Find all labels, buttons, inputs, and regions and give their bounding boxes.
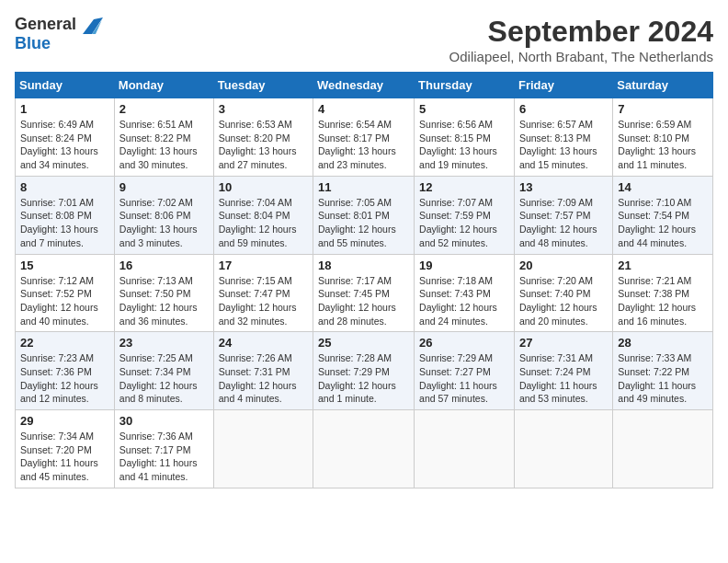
day-number: 18 xyxy=(318,259,409,272)
weekday-header-thursday: Thursday xyxy=(415,73,515,98)
calendar-cell: 5Sunrise: 6:56 AMSunset: 8:15 PMDaylight… xyxy=(415,98,515,177)
calendar-cell: 19Sunrise: 7:18 AMSunset: 7:43 PMDayligh… xyxy=(415,254,515,332)
day-detail: Sunrise: 7:15 AMSunset: 7:47 PMDaylight:… xyxy=(219,274,308,328)
day-number: 14 xyxy=(618,180,708,194)
day-detail: Sunrise: 6:54 AMSunset: 8:17 PMDaylight:… xyxy=(318,118,409,172)
calendar-cell: 7Sunrise: 6:59 AMSunset: 8:10 PMDaylight… xyxy=(613,98,713,177)
day-number: 26 xyxy=(419,336,509,350)
day-number: 11 xyxy=(318,180,409,194)
day-number: 2 xyxy=(119,102,209,116)
calendar-week-4: 22Sunrise: 7:23 AMSunset: 7:36 PMDayligh… xyxy=(16,332,713,410)
day-number: 30 xyxy=(119,414,209,428)
page-header: General Blue September 2024 Odiliapeel, … xyxy=(15,15,713,64)
day-detail: Sunrise: 7:02 AMSunset: 8:06 PMDaylight:… xyxy=(119,196,209,250)
logo-bird-icon xyxy=(83,17,103,34)
day-number: 5 xyxy=(419,102,509,116)
title-area: September 2024 Odiliapeel, North Brabant… xyxy=(449,15,713,64)
calendar-cell: 22Sunrise: 7:23 AMSunset: 7:36 PMDayligh… xyxy=(16,332,115,410)
calendar-week-2: 8Sunrise: 7:01 AMSunset: 8:08 PMDaylight… xyxy=(16,176,713,254)
day-detail: Sunrise: 7:28 AMSunset: 7:29 PMDaylight:… xyxy=(318,351,409,406)
calendar-cell: 17Sunrise: 7:15 AMSunset: 7:47 PMDayligh… xyxy=(213,254,313,332)
calendar-cell: 12Sunrise: 7:07 AMSunset: 7:59 PMDayligh… xyxy=(415,176,515,254)
calendar-cell: 13Sunrise: 7:09 AMSunset: 7:57 PMDayligh… xyxy=(514,176,612,254)
logo-general-text: General xyxy=(15,15,103,34)
calendar-cell: 30Sunrise: 7:36 AMSunset: 7:17 PMDayligh… xyxy=(114,410,213,488)
calendar-cell: 21Sunrise: 7:21 AMSunset: 7:38 PMDayligh… xyxy=(613,254,713,332)
weekday-header-tuesday: Tuesday xyxy=(213,73,313,98)
day-detail: Sunrise: 7:20 AMSunset: 7:40 PMDaylight:… xyxy=(519,274,608,328)
day-number: 19 xyxy=(419,259,509,272)
svg-marker-0 xyxy=(83,17,103,34)
calendar-cell xyxy=(213,410,313,488)
day-detail: Sunrise: 7:25 AMSunset: 7:34 PMDaylight:… xyxy=(119,351,209,406)
calendar-cell: 29Sunrise: 7:34 AMSunset: 7:20 PMDayligh… xyxy=(16,410,115,488)
day-detail: Sunrise: 7:31 AMSunset: 7:24 PMDaylight:… xyxy=(519,351,608,406)
calendar-cell: 23Sunrise: 7:25 AMSunset: 7:34 PMDayligh… xyxy=(114,332,213,410)
day-detail: Sunrise: 7:34 AMSunset: 7:20 PMDaylight:… xyxy=(20,430,109,484)
calendar-table: SundayMondayTuesdayWednesdayThursdayFrid… xyxy=(15,72,713,488)
calendar-cell: 8Sunrise: 7:01 AMSunset: 8:08 PMDaylight… xyxy=(16,176,115,254)
day-number: 3 xyxy=(219,102,308,116)
month-title: September 2024 xyxy=(449,15,713,49)
weekday-header-friday: Friday xyxy=(514,73,612,98)
day-number: 1 xyxy=(20,102,109,116)
day-detail: Sunrise: 7:01 AMSunset: 8:08 PMDaylight:… xyxy=(20,196,109,250)
day-detail: Sunrise: 7:05 AMSunset: 8:01 PMDaylight:… xyxy=(318,196,409,250)
weekday-header-monday: Monday xyxy=(114,73,213,98)
day-detail: Sunrise: 7:07 AMSunset: 7:59 PMDaylight:… xyxy=(419,196,509,250)
day-number: 29 xyxy=(20,414,109,428)
day-detail: Sunrise: 7:10 AMSunset: 7:54 PMDaylight:… xyxy=(618,196,708,250)
day-detail: Sunrise: 6:51 AMSunset: 8:22 PMDaylight:… xyxy=(119,118,209,172)
calendar-cell: 18Sunrise: 7:17 AMSunset: 7:45 PMDayligh… xyxy=(313,254,415,332)
calendar-cell: 9Sunrise: 7:02 AMSunset: 8:06 PMDaylight… xyxy=(114,176,213,254)
calendar-week-5: 29Sunrise: 7:34 AMSunset: 7:20 PMDayligh… xyxy=(16,410,713,488)
day-detail: Sunrise: 7:33 AMSunset: 7:22 PMDaylight:… xyxy=(618,351,708,406)
calendar-cell: 27Sunrise: 7:31 AMSunset: 7:24 PMDayligh… xyxy=(514,332,612,410)
day-number: 7 xyxy=(618,102,708,116)
day-detail: Sunrise: 7:26 AMSunset: 7:31 PMDaylight:… xyxy=(219,351,308,406)
calendar-cell: 14Sunrise: 7:10 AMSunset: 7:54 PMDayligh… xyxy=(613,176,713,254)
day-detail: Sunrise: 7:04 AMSunset: 8:04 PMDaylight:… xyxy=(219,196,308,250)
day-number: 17 xyxy=(219,259,308,272)
calendar-cell: 28Sunrise: 7:33 AMSunset: 7:22 PMDayligh… xyxy=(613,332,713,410)
day-number: 13 xyxy=(519,180,608,194)
day-detail: Sunrise: 6:57 AMSunset: 8:13 PMDaylight:… xyxy=(519,118,608,172)
calendar-cell: 2Sunrise: 6:51 AMSunset: 8:22 PMDaylight… xyxy=(114,98,213,177)
calendar-cell: 15Sunrise: 7:12 AMSunset: 7:52 PMDayligh… xyxy=(16,254,115,332)
day-number: 20 xyxy=(519,259,608,272)
calendar-cell: 3Sunrise: 6:53 AMSunset: 8:20 PMDaylight… xyxy=(213,98,313,177)
weekday-header-saturday: Saturday xyxy=(613,73,713,98)
day-number: 10 xyxy=(219,180,308,194)
calendar-cell: 11Sunrise: 7:05 AMSunset: 8:01 PMDayligh… xyxy=(313,176,415,254)
day-number: 24 xyxy=(219,336,308,350)
calendar-cell: 24Sunrise: 7:26 AMSunset: 7:31 PMDayligh… xyxy=(213,332,313,410)
logo: General Blue xyxy=(15,15,103,53)
day-detail: Sunrise: 6:49 AMSunset: 8:24 PMDaylight:… xyxy=(20,118,109,172)
day-detail: Sunrise: 6:59 AMSunset: 8:10 PMDaylight:… xyxy=(618,118,708,172)
day-number: 8 xyxy=(20,180,109,194)
day-detail: Sunrise: 7:17 AMSunset: 7:45 PMDaylight:… xyxy=(318,274,409,328)
calendar-cell: 6Sunrise: 6:57 AMSunset: 8:13 PMDaylight… xyxy=(514,98,612,177)
calendar-week-3: 15Sunrise: 7:12 AMSunset: 7:52 PMDayligh… xyxy=(16,254,713,332)
day-number: 15 xyxy=(20,259,109,272)
day-number: 21 xyxy=(618,259,708,272)
day-detail: Sunrise: 6:53 AMSunset: 8:20 PMDaylight:… xyxy=(219,118,308,172)
day-detail: Sunrise: 7:12 AMSunset: 7:52 PMDaylight:… xyxy=(20,274,109,328)
day-number: 22 xyxy=(20,336,109,350)
day-detail: Sunrise: 7:29 AMSunset: 7:27 PMDaylight:… xyxy=(419,351,509,406)
calendar-cell: 20Sunrise: 7:20 AMSunset: 7:40 PMDayligh… xyxy=(514,254,612,332)
calendar-cell: 26Sunrise: 7:29 AMSunset: 7:27 PMDayligh… xyxy=(415,332,515,410)
day-number: 16 xyxy=(119,259,209,272)
day-number: 12 xyxy=(419,180,509,194)
calendar-header-row: SundayMondayTuesdayWednesdayThursdayFrid… xyxy=(16,73,713,98)
day-number: 6 xyxy=(519,102,608,116)
calendar-cell xyxy=(514,410,612,488)
calendar-cell xyxy=(415,410,515,488)
day-number: 27 xyxy=(519,336,608,350)
day-number: 9 xyxy=(119,180,209,194)
calendar-cell: 25Sunrise: 7:28 AMSunset: 7:29 PMDayligh… xyxy=(313,332,415,410)
day-number: 23 xyxy=(119,336,209,350)
day-detail: Sunrise: 7:21 AMSunset: 7:38 PMDaylight:… xyxy=(618,274,708,328)
day-number: 25 xyxy=(318,336,409,350)
day-detail: Sunrise: 7:09 AMSunset: 7:57 PMDaylight:… xyxy=(519,196,608,250)
